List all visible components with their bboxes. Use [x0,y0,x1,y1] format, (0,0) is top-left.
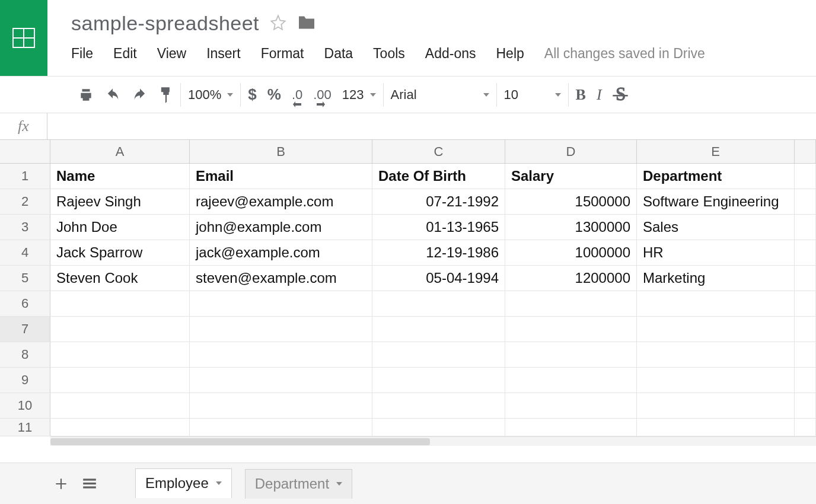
menu-view[interactable]: View [157,46,186,62]
cell[interactable] [637,317,795,342]
row-header[interactable]: 7 [0,317,50,342]
cell[interactable] [505,419,637,436]
currency-button[interactable]: $ [248,85,256,104]
sheet-tab-employee[interactable]: Employee [135,468,232,498]
menu-addons[interactable]: Add-ons [425,46,476,62]
cell[interactable] [795,393,816,418]
col-header-b[interactable]: B [190,140,372,163]
bold-button[interactable]: B [576,86,586,104]
font-selector[interactable]: Arial [391,87,489,103]
select-all-cell[interactable] [0,140,50,163]
cell[interactable] [505,393,637,418]
cell[interactable] [795,240,816,265]
zoom-selector[interactable]: 100% [188,87,233,103]
cell[interactable]: Name [50,164,190,189]
cell[interactable] [795,215,816,240]
cell[interactable] [372,393,505,418]
cell[interactable] [190,368,372,393]
cell[interactable]: Steven Cook [50,266,190,291]
cell[interactable] [372,291,505,316]
menu-edit[interactable]: Edit [113,46,137,62]
row-header[interactable]: 8 [0,342,50,367]
cell[interactable]: 1000000 [505,240,637,265]
cell[interactable]: Date Of Birth [372,164,505,189]
cell[interactable]: 1500000 [505,189,637,214]
cell[interactable] [637,291,795,316]
cell[interactable] [505,317,637,342]
font-size-selector[interactable]: 10 [504,87,561,103]
document-title[interactable]: sample-spreadsheet [71,12,259,35]
cell[interactable]: steven@example.com [190,266,372,291]
cell[interactable]: Software Engineering [637,189,795,214]
undo-icon[interactable] [104,88,121,101]
col-header-e[interactable]: E [637,140,795,163]
cell[interactable]: Marketing [637,266,795,291]
horizontal-scrollbar[interactable] [50,436,816,446]
col-header-d[interactable]: D [505,140,637,163]
cell[interactable] [372,368,505,393]
row-header[interactable]: 6 [0,291,50,316]
cell[interactable] [637,419,795,436]
cell[interactable] [50,317,190,342]
cell[interactable] [505,368,637,393]
row-header[interactable]: 1 [0,164,50,189]
cell[interactable] [190,342,372,367]
row-header[interactable]: 10 [0,393,50,418]
cell[interactable]: 07-21-1992 [372,189,505,214]
paint-format-icon[interactable] [159,87,173,103]
row-header[interactable]: 11 [0,419,50,436]
cell[interactable] [190,419,372,436]
cell[interactable] [50,342,190,367]
cell[interactable] [372,342,505,367]
cell[interactable]: 01-13-1965 [372,215,505,240]
strikethrough-button[interactable]: S [613,87,628,103]
cell[interactable]: Salary [505,164,637,189]
cell[interactable] [372,419,505,436]
row-header[interactable]: 5 [0,266,50,291]
col-header-c[interactable]: C [372,140,505,163]
increase-decimal-button[interactable]: .00 [313,87,332,103]
row-header[interactable]: 9 [0,368,50,393]
cell[interactable] [795,266,816,291]
cell[interactable] [795,291,816,316]
cell[interactable] [637,342,795,367]
cell[interactable] [795,164,816,189]
print-icon[interactable] [78,87,94,103]
cell[interactable]: Sales [637,215,795,240]
add-sheet-button[interactable] [53,476,69,492]
percent-button[interactable]: % [267,85,281,104]
cell[interactable] [190,317,372,342]
menu-help[interactable]: Help [496,46,524,62]
cell[interactable] [190,393,372,418]
sheet-tab-department[interactable]: Department [245,469,352,499]
cell[interactable]: Department [637,164,795,189]
col-header-a[interactable]: A [50,140,190,163]
cell[interactable] [50,419,190,436]
cell[interactable] [637,393,795,418]
cell[interactable] [795,189,816,214]
cell[interactable]: jack@example.com [190,240,372,265]
formula-input[interactable] [47,113,816,139]
cell[interactable]: Email [190,164,372,189]
cell[interactable] [505,291,637,316]
row-header[interactable]: 3 [0,215,50,240]
col-header-f[interactable] [795,140,816,163]
decrease-decimal-button[interactable]: .0 [292,87,302,103]
cell[interactable]: HR [637,240,795,265]
cell[interactable]: 1300000 [505,215,637,240]
cell[interactable] [795,419,816,436]
cell[interactable]: Rajeev Singh [50,189,190,214]
cell[interactable]: John Doe [50,215,190,240]
cell[interactable] [795,368,816,393]
cell[interactable] [505,342,637,367]
cell[interactable] [190,291,372,316]
number-format-selector[interactable]: 123 [342,87,376,103]
menu-data[interactable]: Data [324,46,353,62]
menu-insert[interactable]: Insert [206,46,241,62]
cell[interactable] [50,393,190,418]
cell[interactable] [637,368,795,393]
cell[interactable]: Jack Sparrow [50,240,190,265]
menu-file[interactable]: File [71,46,93,62]
scrollbar-thumb[interactable] [50,438,430,445]
row-header[interactable]: 2 [0,189,50,214]
